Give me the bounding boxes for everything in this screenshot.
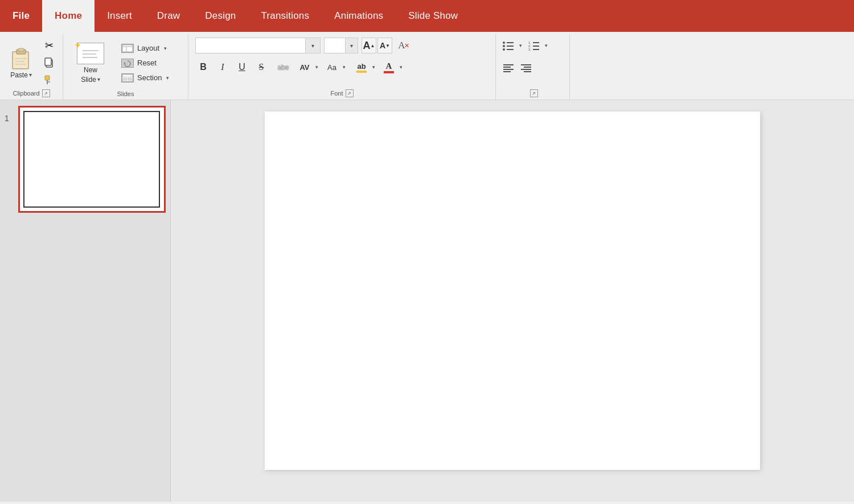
svg-rect-2 bbox=[18, 48, 24, 51]
shadow-button[interactable]: abe bbox=[275, 59, 291, 75]
svg-rect-8 bbox=[45, 76, 50, 80]
bullet-list-group: ▾ bbox=[500, 38, 524, 53]
slide-canvas[interactable] bbox=[265, 111, 760, 470]
tab-design[interactable]: Design bbox=[192, 0, 248, 32]
new-slide-dropdown-arrow[interactable]: ▾ bbox=[97, 76, 100, 82]
svg-rect-7 bbox=[45, 58, 51, 65]
format-painter-button[interactable] bbox=[40, 72, 58, 88]
highlight-color-bar bbox=[356, 71, 367, 73]
font-name-dropdown[interactable]: ▾ bbox=[305, 38, 320, 53]
svg-text:3.: 3. bbox=[528, 48, 531, 51]
clipboard-expander[interactable]: ↗ bbox=[42, 89, 50, 97]
section-button[interactable]: Section ▾ bbox=[118, 72, 173, 84]
clipboard-label: Clipboard ↗ bbox=[5, 88, 58, 100]
kerning-button[interactable]: AV bbox=[297, 59, 313, 75]
font-size-input[interactable]: ▾ bbox=[324, 38, 358, 53]
section-icon bbox=[121, 73, 134, 82]
font-content: ▾ ▾ A▲ A▼ A ✕ bbox=[195, 36, 488, 88]
cut-button[interactable]: ✂ bbox=[40, 38, 58, 53]
font-size-increase-button[interactable]: A▲ bbox=[362, 38, 376, 53]
slide-sub-label: Slide ▾ bbox=[81, 76, 100, 84]
para-top-row: ▾ 1. 2. 3. ▾ bbox=[500, 36, 550, 55]
paste-label: Paste ▾ bbox=[10, 71, 32, 79]
canvas-area bbox=[171, 100, 854, 502]
paste-button[interactable]: Paste ▾ bbox=[5, 44, 38, 81]
kerning-group: AV ▾ bbox=[297, 59, 321, 75]
svg-rect-14 bbox=[122, 45, 133, 52]
font-bottom-row: B I U S abe AV bbox=[195, 58, 405, 76]
section-dropdown-arrow[interactable]: ▾ bbox=[166, 75, 169, 81]
new-slide-button[interactable]: ✦ New Slide ▾ bbox=[68, 40, 113, 86]
font-label: Font ↗ bbox=[195, 88, 488, 100]
align-left-button[interactable] bbox=[500, 60, 516, 76]
highlight-dropdown[interactable]: ▾ bbox=[369, 59, 377, 75]
font-name-input[interactable]: ▾ bbox=[195, 38, 321, 53]
clear-format-button[interactable]: A ✕ bbox=[396, 38, 412, 53]
tab-animations[interactable]: Animations bbox=[322, 0, 396, 32]
strikethrough-button[interactable]: S bbox=[253, 59, 269, 75]
ribbon-tabs: File Home Insert Draw Design Transitions… bbox=[0, 0, 854, 32]
case-dropdown[interactable]: ▾ bbox=[340, 59, 348, 75]
tab-draw[interactable]: Draw bbox=[145, 0, 192, 32]
svg-point-22 bbox=[503, 42, 505, 44]
number-list-group: 1. 2. 3. ▾ bbox=[526, 38, 550, 53]
paragraph-expander[interactable]: ↗ bbox=[530, 89, 538, 97]
tab-transitions[interactable]: Transitions bbox=[248, 0, 322, 32]
paste-svg bbox=[10, 46, 32, 71]
clipboard-small-buttons: ✂ bbox=[40, 38, 58, 88]
copy-button[interactable] bbox=[40, 55, 58, 71]
font-top-row: ▾ ▾ A▲ A▼ A ✕ bbox=[195, 36, 412, 55]
main-area: 1 bbox=[0, 100, 854, 502]
clipboard-group: Paste ▾ ✂ bbox=[0, 34, 63, 100]
font-color-group: A ▾ bbox=[381, 59, 405, 75]
bold-button[interactable]: B bbox=[195, 59, 211, 75]
slide-options: Layout ▾ Reset bbox=[116, 42, 173, 84]
copy-icon bbox=[43, 57, 55, 68]
slide-thumbnail[interactable] bbox=[18, 106, 166, 213]
layout-dropdown-arrow[interactable]: ▾ bbox=[164, 46, 167, 51]
kerning-dropdown[interactable]: ▾ bbox=[313, 59, 321, 75]
bullet-list-dropdown[interactable]: ▾ bbox=[516, 38, 524, 53]
italic-button[interactable]: I bbox=[215, 59, 231, 75]
new-slide-label: New bbox=[84, 66, 97, 74]
align-left-icon bbox=[503, 63, 514, 73]
font-group: ▾ ▾ A▲ A▼ A ✕ bbox=[188, 34, 496, 100]
number-list-icon: 1. 2. 3. bbox=[528, 40, 540, 51]
bullet-list-button[interactable] bbox=[500, 38, 516, 53]
align-right-icon bbox=[520, 63, 532, 73]
highlight-button[interactable]: ab bbox=[354, 59, 369, 75]
number-list-dropdown[interactable]: ▾ bbox=[542, 38, 550, 53]
case-group: Aa ▾ bbox=[324, 59, 348, 75]
ribbon-body: Paste ▾ ✂ bbox=[0, 32, 854, 100]
cut-icon: ✂ bbox=[45, 39, 54, 52]
format-painter-icon bbox=[43, 74, 55, 85]
svg-point-24 bbox=[503, 45, 505, 47]
font-size-dropdown[interactable]: ▾ bbox=[345, 38, 358, 53]
tab-slideshow[interactable]: Slide Show bbox=[396, 0, 470, 32]
number-list-button[interactable]: 1. 2. 3. bbox=[526, 38, 542, 53]
slide-thumbnail-inner bbox=[23, 111, 160, 208]
slides-group: ✦ New Slide ▾ bbox=[63, 34, 188, 100]
align-right-button[interactable] bbox=[518, 60, 534, 76]
case-button[interactable]: Aa bbox=[324, 59, 340, 75]
tab-home[interactable]: Home bbox=[42, 0, 95, 32]
slides-panel: 1 bbox=[0, 100, 171, 502]
layout-icon bbox=[121, 44, 134, 53]
paste-dropdown-arrow[interactable]: ▾ bbox=[29, 72, 32, 78]
layout-button[interactable]: Layout ▾ bbox=[118, 42, 173, 55]
font-color-dropdown[interactable]: ▾ bbox=[397, 59, 405, 75]
underline-button[interactable]: U bbox=[234, 59, 250, 75]
font-size-decrease-button[interactable]: A▼ bbox=[377, 38, 392, 53]
tab-insert[interactable]: Insert bbox=[95, 0, 145, 32]
new-slide-icon: ✦ bbox=[77, 43, 104, 64]
slide-number: 1 bbox=[5, 114, 9, 123]
font-expander[interactable]: ↗ bbox=[346, 89, 354, 97]
para-bottom-row bbox=[500, 59, 534, 77]
clipboard-content: Paste ▾ ✂ bbox=[5, 36, 58, 88]
svg-rect-20 bbox=[124, 78, 127, 80]
font-color-button[interactable]: A bbox=[381, 59, 397, 75]
paste-icon bbox=[10, 46, 32, 70]
paragraph-content: ▾ 1. 2. 3. ▾ bbox=[500, 36, 565, 88]
tab-file[interactable]: File bbox=[0, 0, 42, 32]
reset-button[interactable]: Reset bbox=[118, 57, 173, 69]
